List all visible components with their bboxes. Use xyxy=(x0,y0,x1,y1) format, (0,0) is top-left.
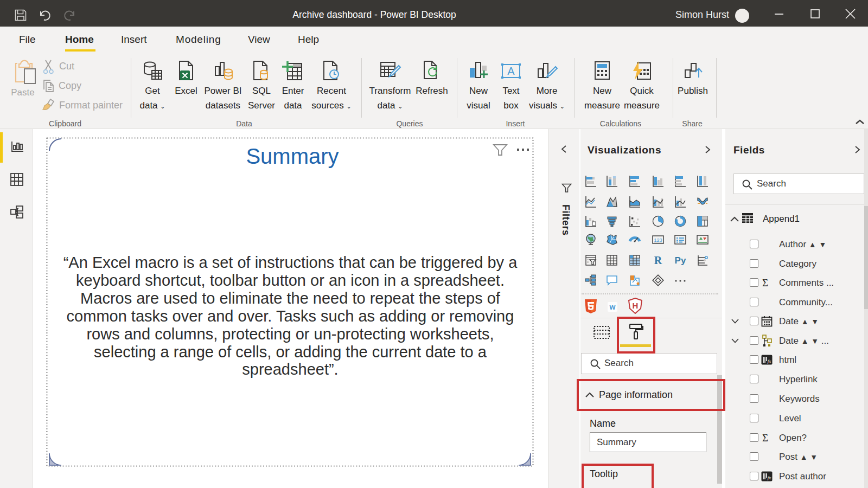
svg-text:Py: Py xyxy=(675,255,686,266)
svg-text:A: A xyxy=(507,65,515,77)
svg-text:fx: fx xyxy=(768,358,771,364)
svg-text:H: H xyxy=(633,301,639,310)
svg-text:R: R xyxy=(654,254,662,266)
svg-text:123: 123 xyxy=(654,237,662,243)
svg-text:fx: fx xyxy=(768,475,771,480)
